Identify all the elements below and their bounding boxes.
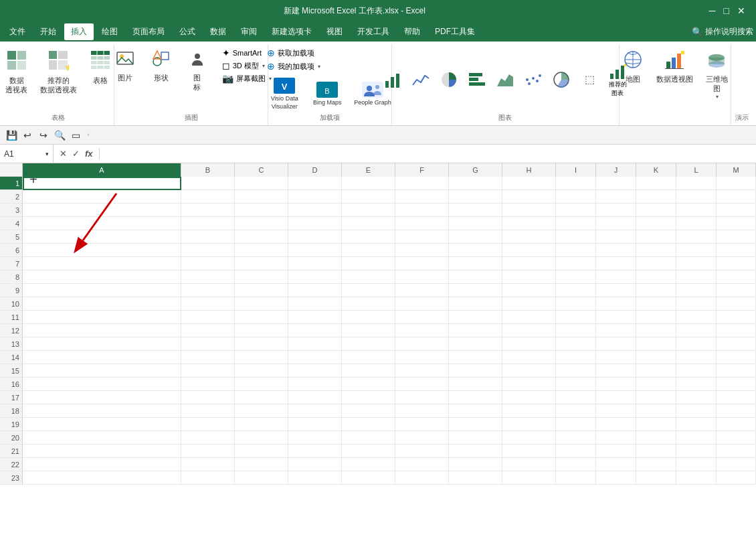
cell-h-7[interactable] bbox=[502, 257, 556, 270]
charts-expand-btn[interactable]: ⬚ bbox=[576, 72, 603, 87]
cell-g-11[interactable] bbox=[449, 311, 502, 324]
cell-a-22[interactable] bbox=[23, 458, 181, 471]
cell-a-17[interactable] bbox=[23, 391, 181, 404]
my-addins-btn[interactable]: ⊕ 我的加载项 ▾ bbox=[264, 60, 323, 72]
cell-c-13[interactable] bbox=[235, 337, 288, 351]
cell-m-23[interactable] bbox=[717, 471, 756, 485]
cell-i-3[interactable] bbox=[556, 204, 596, 217]
row-num-10[interactable]: 10 bbox=[0, 297, 22, 311]
cell-b-21[interactable] bbox=[181, 445, 235, 458]
header-corner[interactable] bbox=[0, 163, 23, 176]
cell-k-4[interactable] bbox=[636, 217, 676, 230]
pivot-table-btn[interactable]: 数据透视表 bbox=[0, 47, 33, 98]
cell-i-13[interactable] bbox=[556, 337, 596, 351]
cell-h-8[interactable] bbox=[502, 270, 556, 284]
cell-f-13[interactable] bbox=[395, 337, 449, 351]
cell-f-14[interactable] bbox=[395, 351, 449, 364]
cell-k-17[interactable] bbox=[636, 391, 676, 404]
cell-h-6[interactable] bbox=[502, 244, 556, 257]
cell-f-20[interactable] bbox=[395, 431, 449, 445]
cell-i-2[interactable] bbox=[556, 190, 596, 204]
cell-g-21[interactable] bbox=[449, 445, 502, 458]
cell-g-22[interactable] bbox=[449, 458, 502, 471]
cell-j-10[interactable] bbox=[596, 297, 636, 311]
cell-f-18[interactable] bbox=[395, 404, 449, 418]
cell-e-9[interactable] bbox=[342, 284, 395, 297]
cell-i1[interactable] bbox=[556, 177, 596, 190]
cell-i-5[interactable] bbox=[556, 230, 596, 244]
cell-d-16[interactable] bbox=[288, 378, 342, 391]
cell-h-18[interactable] bbox=[502, 404, 556, 418]
cell-m-5[interactable] bbox=[717, 230, 756, 244]
smartart-btn[interactable]: ✦ SmartArt bbox=[219, 47, 264, 59]
cell-i-21[interactable] bbox=[556, 445, 596, 458]
cell-h-9[interactable] bbox=[502, 284, 556, 297]
cell-i-9[interactable] bbox=[556, 284, 596, 297]
cell-g-17[interactable] bbox=[449, 391, 502, 404]
column-chart-btn[interactable] bbox=[379, 69, 406, 90]
cell-e-8[interactable] bbox=[342, 270, 395, 284]
cell-g-23[interactable] bbox=[449, 471, 502, 485]
get-addins-btn[interactable]: ⊕ 获取加载项 bbox=[264, 47, 317, 59]
cell-j-16[interactable] bbox=[596, 378, 636, 391]
cell-a-18[interactable] bbox=[23, 404, 181, 418]
cell-c-5[interactable] bbox=[235, 230, 288, 244]
cell-i-10[interactable] bbox=[556, 297, 596, 311]
bar-chart-btn[interactable] bbox=[464, 69, 490, 90]
cell-i-8[interactable] bbox=[556, 270, 596, 284]
col-header-k[interactable]: K bbox=[636, 163, 676, 177]
cell-f-22[interactable] bbox=[395, 458, 449, 471]
cell-c1[interactable] bbox=[235, 177, 288, 190]
cell-c-20[interactable] bbox=[235, 431, 288, 445]
cell-d-4[interactable] bbox=[288, 217, 342, 230]
cell-k-19[interactable] bbox=[636, 418, 676, 431]
cell-f-6[interactable] bbox=[395, 244, 449, 257]
cell-e-12[interactable] bbox=[342, 324, 395, 337]
menu-file[interactable]: 文件 bbox=[3, 23, 32, 40]
menu-devtools[interactable]: 开发工具 bbox=[351, 23, 396, 40]
cell-d-22[interactable] bbox=[288, 458, 342, 471]
cell-f-7[interactable] bbox=[395, 257, 449, 270]
cell-i-23[interactable] bbox=[556, 471, 596, 485]
cell-e-16[interactable] bbox=[342, 378, 395, 391]
cell-m-13[interactable] bbox=[717, 337, 756, 351]
cell-c-10[interactable] bbox=[235, 297, 288, 311]
cell-f-3[interactable] bbox=[395, 204, 449, 217]
cell-f-21[interactable] bbox=[395, 445, 449, 458]
cell-k-3[interactable] bbox=[636, 204, 676, 217]
cell-a-3[interactable] bbox=[23, 204, 181, 217]
cell-c-7[interactable] bbox=[235, 257, 288, 270]
cell-l-20[interactable] bbox=[676, 431, 717, 445]
cell-e-11[interactable] bbox=[342, 311, 395, 324]
cell-e-20[interactable] bbox=[342, 431, 395, 445]
cell-e-7[interactable] bbox=[342, 257, 395, 270]
cell-a-12[interactable] bbox=[23, 324, 181, 337]
cell-h-3[interactable] bbox=[502, 204, 556, 217]
cell-b-11[interactable] bbox=[181, 311, 235, 324]
cell-h-15[interactable] bbox=[502, 364, 556, 378]
bing-maps-btn[interactable]: B Bing Maps bbox=[307, 79, 347, 108]
cell-m-22[interactable] bbox=[717, 458, 756, 471]
row-num-21[interactable]: 21 bbox=[0, 445, 22, 458]
cell-h-22[interactable] bbox=[502, 458, 556, 471]
cell-b-9[interactable] bbox=[181, 284, 235, 297]
row-num-2[interactable]: 2 bbox=[0, 190, 22, 204]
cell-a-10[interactable] bbox=[23, 297, 181, 311]
menu-pagelayout[interactable]: 页面布局 bbox=[126, 23, 171, 40]
cell-m-21[interactable] bbox=[717, 445, 756, 458]
cell-e-2[interactable] bbox=[342, 190, 395, 204]
cell-c-18[interactable] bbox=[235, 404, 288, 418]
cell-f1[interactable] bbox=[395, 177, 449, 190]
cell-k-2[interactable] bbox=[636, 190, 676, 204]
cell-l-18[interactable] bbox=[676, 404, 717, 418]
cell-e-18[interactable] bbox=[342, 404, 395, 418]
cell-e-14[interactable] bbox=[342, 351, 395, 364]
cell-b-8[interactable] bbox=[181, 270, 235, 284]
cell-a-23[interactable] bbox=[23, 471, 181, 485]
cell-d-15[interactable] bbox=[288, 364, 342, 378]
cell-m-18[interactable] bbox=[717, 404, 756, 418]
cell-a-8[interactable] bbox=[23, 270, 181, 284]
cell-m-20[interactable] bbox=[717, 431, 756, 445]
row-num-17[interactable]: 17 bbox=[0, 391, 22, 404]
cell-a-9[interactable] bbox=[23, 284, 181, 297]
